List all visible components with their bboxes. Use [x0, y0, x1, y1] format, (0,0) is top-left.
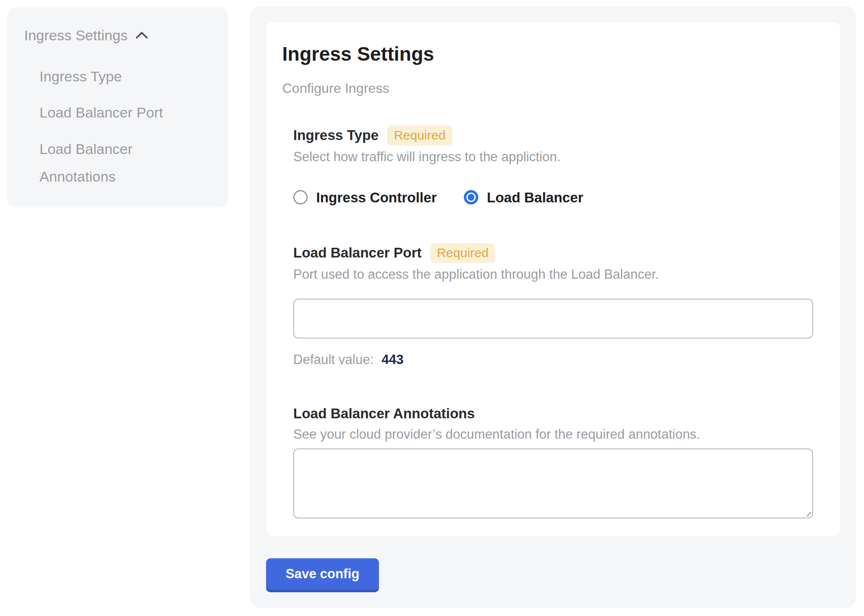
sidebar-item-load-balancer-port[interactable]: Load Balancer Port: [39, 99, 180, 126]
radio-load-balancer[interactable]: [464, 190, 478, 204]
default-value-helper: Default value: 443: [293, 351, 813, 368]
load-balancer-port-input[interactable]: [293, 299, 813, 339]
sidebar-section-toggle[interactable]: Ingress Settings: [24, 27, 211, 44]
load-balancer-annotations-section: Load Balancer Annotations See your cloud…: [293, 405, 813, 518]
load-balancer-annotations-textarea[interactable]: [293, 448, 813, 518]
required-badge: Required: [387, 126, 452, 146]
page-subtitle: Configure Ingress: [282, 80, 824, 97]
main-panel: Ingress Settings Configure Ingress Ingre…: [250, 6, 856, 608]
load-balancer-port-label: Load Balancer Port: [293, 244, 422, 262]
default-value-number: 443: [382, 352, 404, 367]
save-config-button[interactable]: Save config: [266, 558, 379, 590]
load-balancer-annotations-label: Load Balancer Annotations: [293, 405, 475, 423]
ingress-type-radio-group: Ingress Controller Load Balancer: [293, 189, 813, 206]
radio-ingress-controller[interactable]: [293, 190, 308, 204]
load-balancer-port-section: Load Balancer Port Required Port used to…: [293, 243, 813, 369]
ingress-type-section: Ingress Type Required Select how traffic…: [293, 126, 813, 206]
load-balancer-port-description: Port used to access the application thro…: [293, 266, 813, 283]
sidebar-section-title[interactable]: Ingress Settings: [24, 27, 128, 44]
radio-option-load-balancer[interactable]: Load Balancer: [464, 189, 583, 206]
ingress-settings-card: Ingress Settings Configure Ingress Ingre…: [266, 22, 840, 536]
sidebar-item-ingress-type[interactable]: Ingress Type: [39, 63, 180, 90]
default-value-label: Default value:: [293, 352, 374, 367]
chevron-up-icon[interactable]: [135, 31, 148, 39]
radio-label-load-balancer[interactable]: Load Balancer: [487, 189, 583, 206]
ingress-type-description: Select how traffic will ingress to the a…: [293, 148, 813, 165]
sidebar-item-load-balancer-annotations[interactable]: Load Balancer Annotations: [39, 135, 180, 190]
required-badge: Required: [430, 243, 496, 263]
radio-label-ingress-controller[interactable]: Ingress Controller: [316, 189, 437, 206]
page-title: Ingress Settings: [282, 42, 824, 65]
load-balancer-annotations-description: See your cloud provider’s documentation …: [293, 426, 813, 443]
ingress-type-label: Ingress Type: [293, 126, 379, 145]
radio-option-ingress-controller[interactable]: Ingress Controller: [293, 189, 437, 206]
settings-sidebar: Ingress Settings Ingress Type Load Balan…: [7, 7, 228, 207]
sidebar-item-list: Ingress Type Load Balancer Port Load Bal…: [39, 63, 211, 190]
